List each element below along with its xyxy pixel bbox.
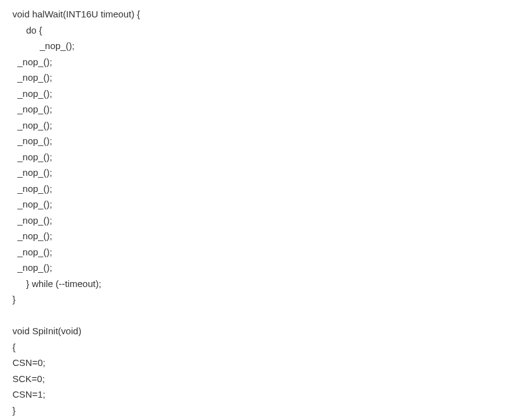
code-line (12, 308, 512, 324)
code-line: _nop_(); (12, 228, 512, 244)
code-line: _nop_(); (12, 133, 512, 149)
code-line: CSN=1; (12, 386, 512, 403)
code-line: _nop_(); (12, 212, 512, 229)
code-line: CSN=0; (12, 355, 512, 371)
code-line: SCK=0; (12, 371, 512, 387)
code-line: void SpiInit(void) (12, 323, 512, 339)
code-line: _nop_(); (12, 149, 512, 165)
code-line: } (12, 403, 512, 419)
code-line: _nop_(); (12, 38, 512, 54)
code-line: _nop_(); (12, 181, 512, 197)
code-line: void halWait(INT16U timeout) { (12, 6, 512, 22)
code-line: do { (12, 22, 512, 39)
code-line: _nop_(); (12, 117, 512, 134)
code-line: _nop_(); (12, 70, 512, 86)
code-line: _nop_(); (12, 260, 512, 276)
code-block: void halWait(INT16U timeout) {do {_nop_(… (12, 6, 512, 418)
code-line: _nop_(); (12, 101, 512, 117)
code-line: _nop_(); (12, 86, 512, 102)
code-line: _nop_(); (12, 196, 512, 212)
code-line: } (12, 291, 512, 308)
code-line: { (12, 339, 512, 355)
code-line: _nop_(); (12, 165, 512, 181)
code-line: } while (--timeout); (12, 276, 512, 292)
code-line: _nop_(); (12, 244, 512, 260)
code-line: _nop_(); (12, 54, 512, 70)
